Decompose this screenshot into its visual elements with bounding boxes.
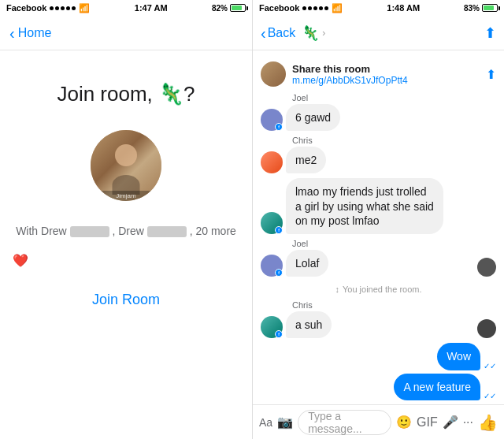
msg-row-joel-1: 6 gawd (261, 104, 496, 131)
msg-row-chris-2: lmao my friends just trolled a girl by u… (261, 178, 496, 234)
home-back-button[interactable]: ‹ Home (9, 25, 51, 41)
room-avatar: Jimjam (91, 130, 161, 201)
avatar-label: Jimjam (91, 191, 161, 201)
message-group-chris-1: Chris me2 (253, 134, 504, 177)
bubble-chris-2: lmao my friends just trolled a girl by u… (286, 178, 443, 234)
battery-pct-left: 82% (212, 4, 228, 13)
join-room-button[interactable]: Join Room (92, 292, 160, 308)
battery-pct-right: 83% (464, 4, 480, 13)
bubble-chris-1: me2 (286, 147, 326, 173)
arrow-icon: ↕ (335, 285, 340, 294)
share-room-avatar (261, 61, 286, 87)
sender-chris-1: Chris (292, 136, 496, 145)
time-left: 1:47 AM (135, 3, 168, 13)
blurred-name-1 (70, 226, 109, 237)
sender-joel-2: Joel (292, 239, 496, 248)
time-right: 1:48 AM (387, 3, 420, 13)
status-right-left: Facebook 📶 (259, 3, 343, 13)
left-panel: Facebook 📶 1:47 AM 82% ‹ Home Join room,… (0, 0, 252, 439)
chat-nav-title: 🦎 › (302, 24, 478, 42)
sent-new-feature-row: A new feature ✓✓ (253, 372, 504, 402)
message-group-chris-2: lmao my friends just trolled a girl by u… (253, 177, 504, 237)
with-more: , 20 more (190, 225, 236, 237)
bubble-sent-new-feature: A new feature (394, 374, 480, 400)
wifi-icon-right: 📶 (332, 3, 343, 13)
share-room-title: Share this room (292, 63, 408, 75)
messenger-indicator (275, 123, 283, 131)
avatar-joel (261, 109, 283, 131)
right-panel: Facebook 📶 1:48 AM 83% ‹ Back 🦎 › ⬆ (252, 0, 504, 439)
status-left: Facebook 📶 (6, 3, 90, 13)
battery-area-left: 82% (212, 4, 246, 13)
status-bar-right: Facebook 📶 1:48 AM 83% (253, 0, 504, 16)
avatar-image: Jimjam (91, 130, 161, 201)
battery-area-right: 83% (464, 4, 498, 13)
sent-check-icon-2: ✓✓ (484, 392, 496, 400)
bubble-chris-3: a suh (286, 311, 332, 338)
messenger-indicator-3 (275, 269, 283, 277)
sender-joel-1: Joel (292, 93, 496, 102)
share-room-link[interactable]: m.me/g/AbbDkS1vJfOpPtt4 (292, 75, 408, 86)
right-blob-2 (477, 319, 496, 338)
avatar-chris-3 (261, 316, 283, 338)
chat-back-button[interactable]: ‹ Back (261, 25, 295, 41)
join-title-text: Join room, 🦎? (57, 82, 195, 106)
chevron-left-icon-right: ‹ (261, 25, 266, 41)
chat-nav-bar: ‹ Back 🦎 › ⬆ (253, 16, 504, 50)
status-bar-left: Facebook 📶 1:47 AM 82% (0, 0, 252, 16)
blurred-name-2 (147, 226, 187, 237)
upload-share-icon[interactable]: ⬆ (486, 67, 496, 82)
gif-icon[interactable]: GIF (417, 415, 438, 430)
snake-emoji: 🦎 (302, 24, 319, 42)
nav-bar-left: ‹ Home (0, 16, 252, 50)
app-name-right: Facebook (259, 3, 299, 13)
battery-icon-right (482, 4, 498, 12)
sender-chris-3: Chris (292, 300, 496, 310)
chevron-left-icon: ‹ (9, 25, 15, 41)
messenger-indicator-2 (275, 226, 283, 234)
bubble-sent-wow: Wow (437, 343, 480, 370)
camera-icon[interactable]: 📷 (277, 415, 293, 430)
signal-icon-right (302, 6, 328, 10)
sent-wow-row: Wow ✓✓ (253, 341, 504, 371)
sent-check-icon: ✓✓ (484, 362, 496, 370)
input-bar: Aa 📷 Type a message... 🙂 GIF 🎤 ··· 👍 (253, 404, 504, 439)
chat-messages: Share this room m.me/g/AbbDkS1vJfOpPtt4 … (253, 50, 504, 404)
thumbs-up-icon[interactable]: 👍 (478, 413, 498, 432)
share-content: Share this room m.me/g/AbbDkS1vJfOpPtt4 (292, 63, 408, 86)
avatar-chris-2 (261, 212, 283, 234)
signal-icon (50, 6, 76, 10)
chat-back-label: Back (268, 26, 296, 40)
battery-icon-left (230, 4, 246, 12)
system-message-joined: ↕ You joined the room. (253, 280, 504, 299)
avatar-head (115, 144, 137, 166)
nav-chevron-icon: › (322, 28, 325, 39)
right-side-blob (477, 258, 496, 277)
share-room-message: Share this room m.me/g/AbbDkS1vJfOpPtt4 … (253, 57, 504, 91)
avatar-chris-1 (261, 151, 283, 173)
message-group-joel-2: Joel Lolaf (253, 237, 504, 280)
system-text: You joined the room. (343, 285, 422, 294)
message-group-chris-3: Chris a suh (253, 299, 504, 341)
emoji-icon[interactable]: 🙂 (396, 415, 412, 430)
heart-icon: ❤️ (13, 253, 28, 268)
avatar-joel-2 (261, 255, 283, 277)
with-text: With Drew , Drew , 20 more (0, 225, 252, 237)
bubble-joel-2: Lolaf (286, 250, 328, 277)
bubble-joel-1: 6 gawd (286, 104, 340, 131)
aa-button[interactable]: Aa (259, 416, 272, 429)
msg-row-chris-1: me2 (261, 147, 496, 173)
message-group-joel-1: Joel 6 gawd (253, 91, 504, 134)
message-placeholder: Type a message... (308, 410, 381, 435)
mic-icon[interactable]: 🎤 (443, 415, 458, 430)
wifi-icon: 📶 (79, 3, 90, 13)
with-prefix: With Drew (16, 225, 67, 237)
share-icon[interactable]: ⬆ (484, 24, 496, 42)
join-content: Join room, 🦎? Jimjam With Drew , Drew , … (0, 50, 252, 439)
message-input[interactable]: Type a message... (298, 410, 391, 435)
msg-row-chris-3: a suh (261, 311, 496, 338)
messenger-indicator-4 (275, 330, 283, 338)
more-icon[interactable]: ··· (463, 415, 473, 430)
msg-row-joel-2: Lolaf (261, 250, 496, 277)
home-back-label: Home (18, 26, 52, 40)
